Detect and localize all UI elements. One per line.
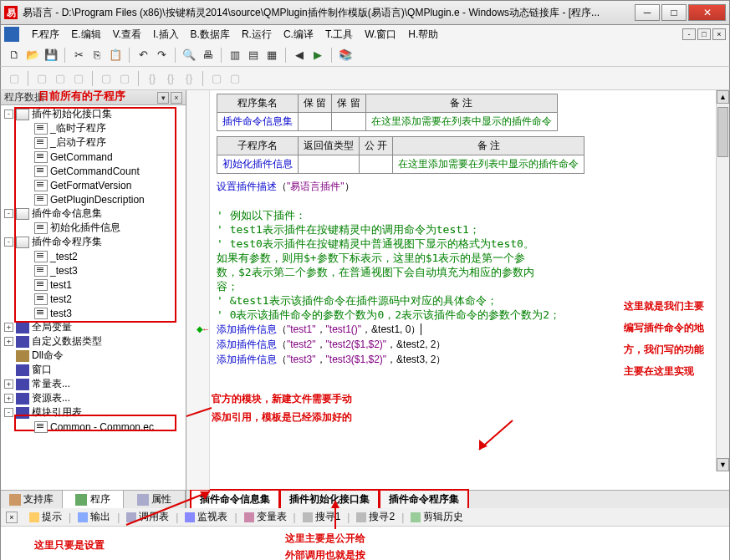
bottom-tab-search1[interactable]: 搜寻1	[296, 508, 348, 526]
tree-item[interactable]: _test2	[1, 249, 186, 263]
debug10-button[interactable]: ▢	[208, 70, 225, 87]
minimize-button[interactable]: ─	[635, 4, 660, 21]
mdi-minimize-button[interactable]: -	[682, 28, 696, 40]
window3-button[interactable]: ▦	[263, 47, 280, 64]
menu-window[interactable]: W.窗口	[359, 26, 402, 43]
scroll-up-button[interactable]: ▲	[717, 90, 729, 104]
debug6-button[interactable]: ▢	[116, 70, 133, 87]
bottom-close-button[interactable]: ×	[6, 512, 18, 523]
menu-file[interactable]: F.程序	[26, 26, 65, 43]
copy-button[interactable]: ⎘	[89, 47, 105, 64]
bottom-tab-output[interactable]: 输出	[71, 508, 117, 526]
find-button[interactable]: 🔍	[181, 47, 197, 64]
tree-item[interactable]: +自定义数据类型	[1, 334, 186, 349]
menu-view[interactable]: V.查看	[107, 26, 147, 43]
debug3-button[interactable]: ▢	[52, 70, 69, 87]
folder-icon	[16, 364, 29, 376]
tree-expander-icon[interactable]: -	[4, 209, 13, 218]
sidebar-tab-lib[interactable]: 支持库	[1, 491, 63, 508]
menu-run[interactable]: R.运行	[236, 26, 278, 43]
tree-item[interactable]: GetFormatVersion	[1, 178, 186, 192]
sidebar-tab-program[interactable]: 程序	[63, 491, 125, 508]
bottom-tab-search2[interactable]: 搜寻2	[350, 508, 401, 526]
save-button[interactable]: 💾	[43, 47, 59, 64]
code-editor[interactable]: 程序集名保 留保 留备 注 插件命令信息集在这里添加需要在列表中显示的插件命令 …	[186, 90, 729, 490]
window2-button[interactable]: ▤	[245, 47, 262, 64]
scroll-thumb[interactable]	[717, 107, 728, 157]
tree-expander-icon[interactable]: -	[4, 237, 13, 247]
breakpoint-icon[interactable]	[197, 322, 208, 333]
new-button[interactable]: 🗋	[6, 47, 23, 64]
print-button[interactable]: 🖶	[199, 47, 216, 64]
tree-item[interactable]: GetCommandCount	[1, 164, 186, 178]
tree-item[interactable]: _临时子程序	[1, 121, 186, 135]
menu-edit[interactable]: E.编辑	[65, 26, 106, 43]
debug4-button[interactable]: ▢	[70, 70, 87, 87]
debug9-button[interactable]: {}	[181, 70, 197, 87]
debug8-button[interactable]: {}	[162, 70, 179, 87]
program-tree[interactable]: -插件初始化接口集_临时子程序_启动子程序GetCommandGetComman…	[1, 105, 186, 490]
debug7-button[interactable]: {}	[144, 70, 161, 87]
tree-item[interactable]: 窗口	[1, 363, 186, 377]
debug2-button[interactable]: ▢	[33, 70, 50, 87]
tree-item[interactable]: -插件命令程序集	[1, 235, 186, 249]
scroll-down-button[interactable]: ▼	[717, 458, 729, 471]
tree-item[interactable]: GetPluginDescription	[1, 192, 186, 206]
tree-expander-icon[interactable]: -	[4, 408, 13, 417]
tree-item[interactable]: +常量表...	[1, 377, 186, 391]
mdi-close-button[interactable]: ×	[712, 28, 726, 40]
tree-item[interactable]: test2	[1, 292, 186, 306]
editor-tab-infoset[interactable]: 插件命令信息集	[190, 489, 280, 510]
window1-button[interactable]: ▥	[227, 47, 243, 64]
tree-item[interactable]: test3	[1, 306, 186, 320]
tree-expander-icon[interactable]: +	[4, 337, 13, 346]
bottom-tab-calltable[interactable]: 调用表	[120, 508, 176, 526]
tree-expander-icon[interactable]: +	[4, 394, 13, 403]
sidebar-close-button[interactable]: ×	[171, 92, 182, 104]
tree-item[interactable]: GetCommand	[1, 150, 186, 164]
maximize-button[interactable]: □	[661, 4, 687, 21]
debug11-button[interactable]: ▢	[227, 70, 243, 87]
bottom-tab-clip[interactable]: 剪辑历史	[404, 508, 470, 526]
close-button[interactable]: ✕	[688, 4, 726, 21]
tree-item[interactable]: _test3	[1, 263, 186, 277]
tree-expander-icon[interactable]: +	[4, 323, 13, 332]
back-button[interactable]: ◀	[291, 47, 308, 64]
debug1-button[interactable]: ▢	[6, 70, 23, 87]
undo-button[interactable]: ↶	[135, 47, 151, 64]
redo-button[interactable]: ↷	[153, 47, 170, 64]
menu-help[interactable]: H.帮助	[402, 26, 444, 43]
sidebar-tab-property[interactable]: 属性	[124, 491, 186, 508]
paste-button[interactable]: 📋	[107, 47, 124, 64]
sidebar-pin-button[interactable]: ▾	[157, 92, 169, 104]
run-button[interactable]: ▶	[309, 47, 326, 64]
menu-database[interactable]: B.数据库	[185, 26, 236, 43]
knowledge-button[interactable]: 📚	[337, 47, 354, 64]
debug5-button[interactable]: ▢	[98, 70, 115, 87]
tree-item[interactable]: Common - Common.ec	[1, 420, 186, 434]
tree-item[interactable]: -模块引用表	[1, 405, 186, 420]
tree-item[interactable]: +全局变量	[1, 320, 186, 334]
open-button[interactable]: 📂	[24, 47, 41, 64]
editor-tab-init[interactable]: 插件初始化接口集	[279, 489, 380, 510]
editor-scrollbar[interactable]: ▲ ▼	[716, 90, 729, 471]
tree-item[interactable]: 初始化插件信息	[1, 221, 186, 235]
menu-compile[interactable]: C.编译	[278, 26, 319, 43]
tree-item[interactable]: test1	[1, 277, 186, 292]
cut-button[interactable]: ✂	[70, 47, 87, 64]
menu-insert[interactable]: I.插入	[147, 26, 185, 43]
mdi-restore-button[interactable]: □	[697, 28, 711, 40]
tree-item[interactable]: _启动子程序	[1, 135, 186, 150]
tree-item[interactable]: Dll命令	[1, 349, 186, 363]
bottom-tab-watch[interactable]: 监视表	[178, 508, 234, 526]
menu-tools[interactable]: T.工具	[319, 26, 359, 43]
tree-expander-icon[interactable]: -	[4, 109, 13, 119]
tree-item[interactable]: -插件初始化接口集	[1, 107, 186, 121]
bottom-tab-hint[interactable]: 提示	[23, 508, 69, 526]
bottom-tab-vars[interactable]: 变量表	[237, 508, 294, 526]
tree-item[interactable]: +资源表...	[1, 391, 186, 405]
tree-expander-icon[interactable]: +	[4, 379, 13, 389]
tree-item[interactable]: -插件命令信息集	[1, 206, 186, 221]
editor-tab-progset[interactable]: 插件命令程序集	[379, 489, 469, 510]
menu-app-icon	[4, 27, 19, 42]
